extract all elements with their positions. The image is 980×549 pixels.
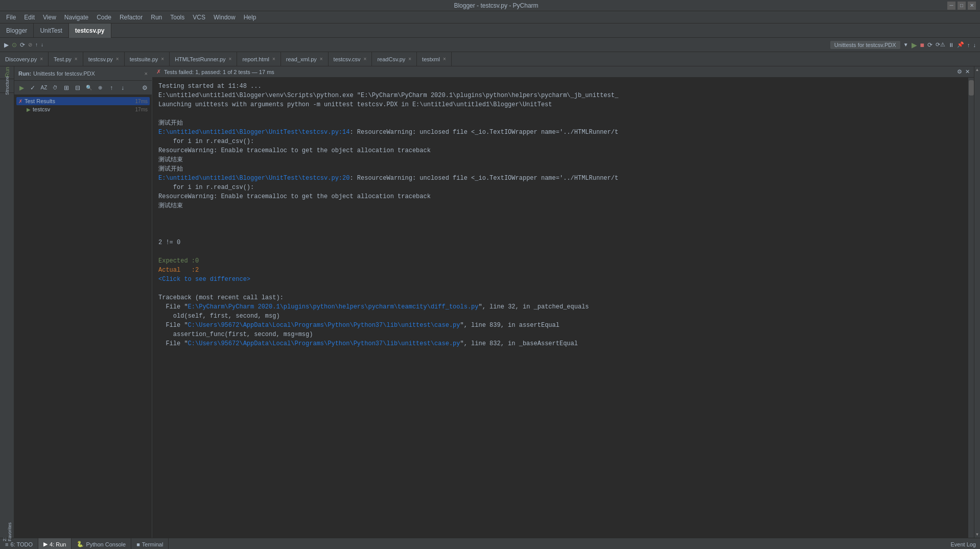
- main-layout: Run Structure 2: Favorites Run: Unittest…: [0, 66, 980, 538]
- output-traceback-link[interactable]: C:\Users\95672\AppData\Local\Programs\Py…: [188, 340, 460, 347]
- filter2-btn[interactable]: ⊕: [95, 83, 105, 93]
- file-tab-testcsv-csv[interactable]: testcsv.csv×: [329, 52, 372, 66]
- output-traceback-link[interactable]: C:\Users\95672\AppData\Local\Programs\Py…: [188, 322, 460, 329]
- menu-item-help[interactable]: Help: [240, 13, 261, 22]
- output-line: [158, 229, 962, 238]
- file-tab-testcsv-py[interactable]: testcsv.py×: [83, 52, 125, 66]
- file-tab-test-py[interactable]: Test.py×: [49, 52, 83, 66]
- output-line: Testing started at 11:48 ...: [158, 82, 962, 91]
- expand-btn[interactable]: ⊞: [61, 83, 72, 93]
- output-line: 测试开始: [158, 164, 962, 174]
- menu-item-run[interactable]: Run: [147, 13, 166, 22]
- status-fail-icon: ✗: [156, 68, 161, 75]
- menu-item-navigate[interactable]: Navigate: [60, 13, 92, 22]
- output-link[interactable]: E:\untitled\untitled1\Blogger\UnitTest\t…: [158, 129, 349, 136]
- down-btn[interactable]: ↓: [118, 83, 128, 93]
- up-btn[interactable]: ↑: [106, 83, 116, 93]
- output-line: [158, 210, 962, 220]
- project-tab-testcsv-py[interactable]: testcsv.py: [69, 23, 111, 38]
- run-config-name[interactable]: Unittests for testcsv.PDX: [830, 41, 900, 49]
- output-line: assertion_func(first, second, msg=msg): [158, 330, 962, 339]
- menu-item-vcs[interactable]: VCS: [189, 13, 209, 22]
- menu-item-tools[interactable]: Tools: [166, 13, 189, 22]
- bottom-tab-label: Terminal: [142, 541, 164, 547]
- event-log-btn[interactable]: Event Log: [946, 541, 980, 547]
- run-tree: ✗ Test Results 17ms ▶ testcsv 17ms: [14, 95, 152, 538]
- structure-icon[interactable]: Structure: [2, 80, 13, 91]
- check-btn[interactable]: ✓: [28, 83, 38, 93]
- menu-item-edit[interactable]: Edit: [20, 13, 39, 22]
- run-btn[interactable]: ▶: [16, 83, 27, 93]
- gutter-down-icon[interactable]: ▼: [975, 532, 979, 537]
- output-line: E:\untitled\untitled1\Blogger\UnitTest\t…: [158, 128, 962, 137]
- settings-btn[interactable]: ⚙: [139, 83, 150, 93]
- output-link[interactable]: E:\untitled\untitled1\Blogger\UnitTest\t…: [158, 175, 349, 182]
- bottom-tab-terminal[interactable]: ■Terminal: [131, 538, 169, 550]
- scroll-thumb: [969, 80, 974, 96]
- filter-btn[interactable]: 🔍: [84, 83, 94, 93]
- file-tabs-bar: Discovery.py×Test.py×testcsv.py×testsuit…: [0, 52, 980, 66]
- output-line: Expected :0: [158, 256, 962, 266]
- file-tab-testxml[interactable]: testxml×: [417, 52, 452, 66]
- menu-item-code[interactable]: Code: [92, 13, 115, 22]
- output-diff-link[interactable]: <Click to see difference>: [158, 276, 250, 283]
- tree-item-testcsv[interactable]: ▶ testcsv 17ms: [16, 105, 150, 113]
- output-line: [158, 284, 962, 293]
- run-panel-close[interactable]: ×: [145, 70, 148, 77]
- bottom-tab-label: 4: Run: [50, 541, 66, 547]
- close-button[interactable]: ✕: [968, 2, 976, 10]
- run-icon[interactable]: Run: [2, 66, 13, 78]
- file-tab-discovery-py[interactable]: Discovery.py×: [0, 52, 49, 66]
- file-tab-testsuite-py[interactable]: testsuite.py×: [125, 52, 170, 66]
- right-sidebar-gutter: ▲ ▼: [974, 66, 980, 538]
- project-tab-blogger[interactable]: Blogger: [0, 23, 34, 38]
- run-tab-name[interactable]: Unittests for testcsv.PDX: [33, 70, 95, 77]
- output-line: 2 != 0: [158, 238, 962, 247]
- menu-item-file[interactable]: File: [2, 13, 20, 22]
- output-line: <Click to see difference>: [158, 275, 962, 284]
- file-tab-htmltestrunner-py[interactable]: HTMLTestRunner.py×: [170, 52, 237, 66]
- menu-item-refactor[interactable]: Refactor: [115, 13, 147, 22]
- bottom-tab-python-console[interactable]: 🐍Python Console: [72, 538, 131, 550]
- run-toolbar: ▶ ✓ AZ ⏱ ⊞ ⊟ 🔍 ⊕ ↑ ↓ ⚙: [14, 81, 152, 95]
- run-panel: Run: Unittests for testcsv.PDX × ▶ ✓ AZ …: [14, 66, 152, 538]
- project-tab-unittest[interactable]: UnitTest: [34, 23, 68, 38]
- output-line: [158, 109, 962, 118]
- window-title: Blogger - testcsv.py - PyCharm: [45, 2, 947, 9]
- output-line: File "C:\Users\95672\AppData\Local\Progr…: [158, 339, 962, 348]
- sort-duration-btn[interactable]: ⏱: [50, 83, 60, 93]
- title-bar: Blogger - testcsv.py - PyCharm ─ □ ✕: [0, 0, 980, 11]
- output-line: Actual :2: [158, 266, 962, 275]
- file-tab-read_xml-py[interactable]: read_xml.py×: [281, 52, 329, 66]
- file-tab-report-html[interactable]: report.html×: [237, 52, 281, 66]
- maximize-button[interactable]: □: [958, 2, 966, 10]
- close-output-icon[interactable]: ✕: [965, 68, 970, 75]
- bottom-tab-4-run[interactable]: ▶4: Run: [38, 538, 72, 550]
- output-line: old(self, first, second, msg): [158, 312, 962, 321]
- sort-alpha-btn[interactable]: AZ: [39, 83, 49, 93]
- output-status-text: Tests failed: 1, passed: 1 of 2 tests — …: [164, 69, 274, 75]
- tree-item-test-results[interactable]: ✗ Test Results 17ms: [16, 97, 150, 105]
- favorites-icon[interactable]: 2: Favorites: [2, 527, 13, 538]
- output-traceback-link[interactable]: E:\PyCharm\PyCharm 2020.1\plugins\python…: [188, 303, 479, 311]
- gutter-up-icon[interactable]: ▲: [975, 67, 979, 72]
- menu-item-view[interactable]: View: [39, 13, 60, 22]
- tree-item-label: Test Results: [25, 98, 55, 104]
- left-panel-labels: Run Structure 2: Favorites: [0, 66, 14, 538]
- settings-icon[interactable]: ⚙: [957, 68, 962, 75]
- minimize-button[interactable]: ─: [947, 2, 955, 10]
- window-controls: ─ □ ✕: [947, 2, 976, 10]
- menu-bar: FileEditViewNavigateCodeRefactorRunTools…: [0, 11, 980, 23]
- run-config-bar: ▶ ⊙ ⟳ ⊘ ↑ ↓ Unittests for testcsv.PDX ▼ …: [0, 38, 980, 52]
- bottom-tabs-bar: ≡6: TODO▶4: Run🐍Python Console■Terminal …: [0, 538, 980, 549]
- output-line: 测试结束: [158, 155, 962, 164]
- collapse-btn[interactable]: ⊟: [73, 83, 83, 93]
- menu-item-window[interactable]: Window: [209, 13, 240, 22]
- tree-child-label: testcsv: [33, 106, 50, 112]
- scroll-gutter[interactable]: [968, 78, 974, 538]
- run-label: Run:: [18, 70, 31, 77]
- output-line: 测试开始: [158, 118, 962, 128]
- output-line: 测试结束: [158, 201, 962, 210]
- file-tab-readcsv-py[interactable]: readCsv.py×: [372, 52, 417, 66]
- tree-item-time: 17ms: [135, 99, 148, 104]
